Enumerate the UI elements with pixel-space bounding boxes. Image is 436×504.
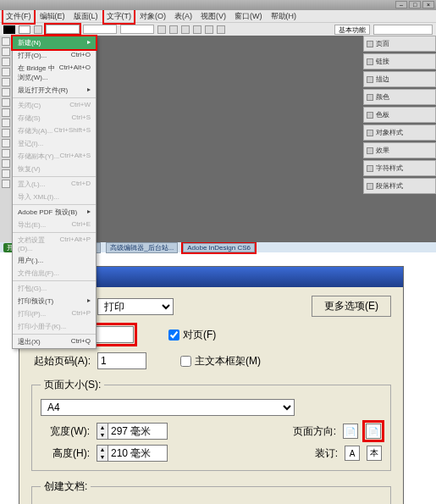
menu-item[interactable]: 编辑(E) xyxy=(37,10,68,23)
use-select[interactable]: 打印 xyxy=(97,298,174,315)
menu-item[interactable]: 存储副本(Y)...Ctrl+Alt+S xyxy=(13,150,96,163)
dock-panel[interactable]: 颜色 xyxy=(363,89,436,105)
dock-panel[interactable]: 链接 xyxy=(363,53,436,69)
search-field[interactable] xyxy=(373,25,433,35)
start-page-input[interactable] xyxy=(97,352,146,369)
minimize-button[interactable]: – xyxy=(395,1,407,8)
menu-item[interactable]: 关闭(C)Ctrl+W xyxy=(13,99,96,112)
tool[interactable] xyxy=(2,149,10,158)
menu-item[interactable]: 登记(I)... xyxy=(13,137,96,150)
tool-icon[interactable] xyxy=(34,25,42,34)
more-options-button[interactable]: 更多选项(E) xyxy=(312,296,391,317)
panel-title: 对象样式 xyxy=(376,128,403,137)
app-window: – □ × 文件(F)编辑(E)版面(L)文字(T)对象(O)表(A)视图(V)… xyxy=(0,0,436,252)
tool[interactable] xyxy=(2,129,10,137)
menu-item[interactable]: 文档设置(D)...Ctrl+Alt+P xyxy=(13,234,96,254)
field-1[interactable] xyxy=(46,25,80,34)
field-2[interactable] xyxy=(83,25,117,34)
panel-icon xyxy=(367,130,373,136)
taskbar-item-indesign[interactable]: Adobe InDesign CS6 xyxy=(183,243,255,252)
tool-icon[interactable] xyxy=(217,25,225,34)
field-3[interactable] xyxy=(120,25,154,34)
binding-left-icon[interactable]: A xyxy=(345,446,360,461)
menu-item[interactable]: 导出(E)...Ctrl+E xyxy=(13,219,96,231)
tool[interactable] xyxy=(2,88,10,97)
tool[interactable] xyxy=(2,58,10,66)
menu-item[interactable]: 新建(N) xyxy=(13,36,96,49)
orientation-portrait-icon[interactable]: 📄 xyxy=(343,424,358,439)
close-button[interactable]: × xyxy=(422,1,434,8)
width-spinner[interactable]: ▲▼ xyxy=(97,423,168,440)
menu-item[interactable]: 打印小册子(K)... xyxy=(13,320,96,333)
menu-item[interactable]: 导入 XML(I)... xyxy=(13,191,96,203)
tool[interactable] xyxy=(2,169,10,178)
menu-item[interactable]: 打印(P)...Ctrl+P xyxy=(13,307,96,320)
tool-icon[interactable] xyxy=(205,25,213,34)
facing-pages-checkbox[interactable]: 对页(F) xyxy=(168,328,216,342)
spin-up-icon[interactable]: ▲ xyxy=(97,446,108,453)
menu-item[interactable]: 存储为(A)...Ctrl+Shift+S xyxy=(13,125,96,137)
menu-item[interactable]: 文字(T) xyxy=(104,10,135,23)
menu-item[interactable]: 文件(F) xyxy=(3,10,34,23)
spin-down-icon[interactable]: ▼ xyxy=(97,453,108,461)
menu-item[interactable]: 对象(O) xyxy=(137,10,168,23)
tool-icon[interactable] xyxy=(169,25,178,34)
menu-item[interactable]: 恢复(V) xyxy=(13,163,96,175)
dock-panel[interactable]: 对象样式 xyxy=(363,125,436,141)
master-frame-checkbox[interactable]: 主文本框架(M) xyxy=(180,354,261,368)
menu-item[interactable]: Adobe PDF 预设(B) xyxy=(13,206,96,219)
menu-item[interactable]: 版面(L) xyxy=(71,10,101,23)
menu-item[interactable]: 打印预设(T) xyxy=(13,295,96,307)
panel-icon xyxy=(367,183,373,190)
fill-swatch[interactable] xyxy=(3,25,15,34)
facing-pages-label: 对页(F) xyxy=(183,328,216,342)
menu-item[interactable]: 存储(S)Ctrl+S xyxy=(13,112,96,125)
menu-item[interactable]: 在 Bridge 中浏览(W)...Ctrl+Alt+O xyxy=(13,62,96,84)
page-size-select[interactable]: A4 xyxy=(41,399,295,416)
menu-item[interactable]: 视图(V) xyxy=(198,10,229,23)
menu-item[interactable]: 文件信息(F)... xyxy=(13,267,96,280)
panel-title: 色板 xyxy=(376,110,389,119)
panel-icon xyxy=(367,165,373,172)
tool[interactable] xyxy=(2,180,10,188)
tool[interactable] xyxy=(2,159,10,168)
tool[interactable] xyxy=(2,98,10,107)
menu-item[interactable]: 打开(O)...Ctrl+O xyxy=(13,49,96,62)
height-spinner[interactable]: ▲▼ xyxy=(97,445,168,462)
tool-icon[interactable] xyxy=(193,25,201,34)
dock-panel[interactable]: 字符样式 xyxy=(363,160,436,176)
tool[interactable] xyxy=(2,37,10,46)
tool[interactable] xyxy=(2,47,10,56)
tool[interactable] xyxy=(2,68,10,76)
tool[interactable] xyxy=(2,78,10,86)
left-toolbox xyxy=(0,36,12,242)
menu-item[interactable]: 置入(L)...Ctrl+D xyxy=(13,178,96,191)
maximize-button[interactable]: □ xyxy=(409,1,421,8)
dock-panel[interactable]: 描边 xyxy=(363,71,436,87)
tool-icon[interactable] xyxy=(157,25,166,34)
menu-item[interactable]: 打包(G)... xyxy=(13,282,96,295)
menu-item[interactable]: 表(A) xyxy=(172,10,195,23)
menu-item[interactable]: 窗口(W) xyxy=(232,10,265,23)
spin-down-icon[interactable]: ▼ xyxy=(97,431,108,439)
tool[interactable] xyxy=(2,108,10,117)
orientation-landscape-icon[interactable]: 📄 xyxy=(366,424,381,439)
menu-item[interactable]: 用户(.)... xyxy=(13,254,96,267)
height-input[interactable] xyxy=(108,445,168,462)
menu-item[interactable]: 退出(X)Ctrl+Q xyxy=(13,335,96,348)
taskbar-item[interactable]: 高级编辑器_后台站... xyxy=(106,242,178,253)
menu-item[interactable]: 帮助(H) xyxy=(268,10,300,23)
dock-panel[interactable]: 色板 xyxy=(363,107,436,123)
width-input[interactable] xyxy=(108,423,168,440)
binding-right-icon[interactable]: 本 xyxy=(367,446,382,461)
dock-panel[interactable]: 段落样式 xyxy=(363,178,436,194)
stroke-swatch[interactable] xyxy=(19,25,30,34)
tool-icon[interactable] xyxy=(181,25,190,34)
spin-up-icon[interactable]: ▲ xyxy=(97,424,108,431)
dock-panel[interactable]: 页面 xyxy=(363,36,436,52)
workspace-combo[interactable]: 基本功能 xyxy=(334,25,370,35)
tool[interactable] xyxy=(2,139,10,147)
menu-item[interactable]: 最近打开文件(R) xyxy=(13,84,96,97)
dock-panel[interactable]: 效果 xyxy=(363,142,436,158)
tool[interactable] xyxy=(2,119,10,127)
